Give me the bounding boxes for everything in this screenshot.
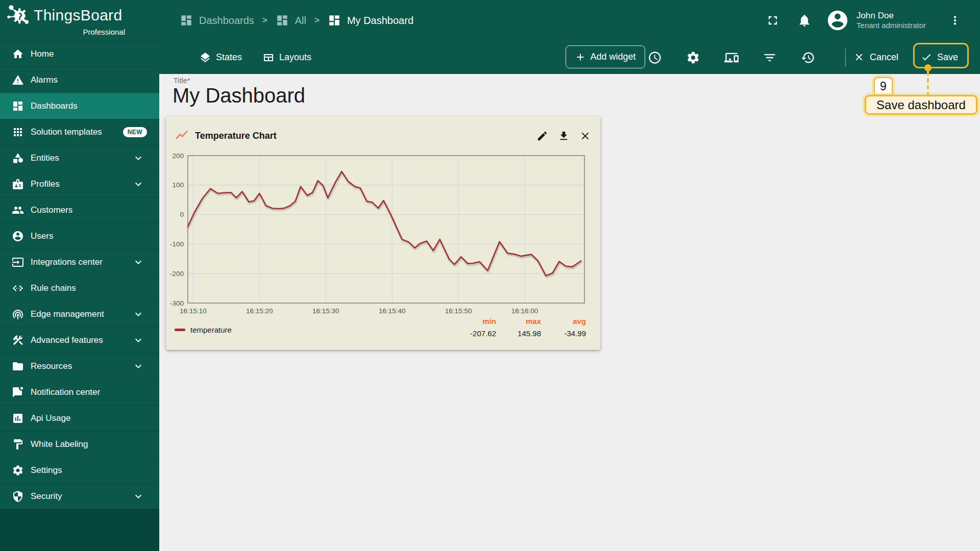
dashboards-icon bbox=[328, 14, 341, 27]
sidebar-item-label: Rule chains bbox=[31, 283, 151, 293]
sidebar-item-entities[interactable]: Entities bbox=[0, 145, 159, 171]
legend-swatch bbox=[175, 329, 185, 331]
thingsboard-app: ThingsBoard Professional HomeAlarmsDashb… bbox=[0, 0, 980, 551]
chevron-down-icon bbox=[132, 256, 144, 268]
sidebar-item-solution-templates[interactable]: Solution templatesNEW bbox=[0, 119, 159, 145]
avatar[interactable] bbox=[826, 9, 849, 32]
sidebar-item-rule-chains[interactable]: Rule chains bbox=[0, 275, 159, 301]
account-circle-icon bbox=[826, 9, 849, 32]
sidebar-item-label: Advanced features bbox=[31, 335, 132, 345]
sidebar: ThingsBoard Professional HomeAlarmsDashb… bbox=[0, 0, 159, 551]
integrations-icon bbox=[12, 256, 24, 268]
logo[interactable]: ThingsBoard Professional bbox=[0, 0, 159, 41]
notifications-button[interactable] bbox=[797, 13, 812, 28]
home-icon bbox=[12, 48, 24, 60]
resources-icon bbox=[12, 360, 24, 372]
add-widget-label: Add widget bbox=[590, 52, 635, 62]
legend-series-label[interactable]: temperature bbox=[190, 325, 232, 334]
breadcrumb-label: My Dashboard bbox=[347, 15, 413, 27]
chevron-down-icon bbox=[132, 178, 144, 190]
cancel-button[interactable]: Cancel bbox=[853, 47, 898, 67]
y-axis-tick-label: 100 bbox=[172, 181, 184, 189]
x-axis-tick-label: 16:15:10 bbox=[180, 307, 207, 315]
filter-button[interactable] bbox=[763, 51, 777, 65]
tab-states[interactable]: States bbox=[199, 52, 242, 64]
sidebar-item-notification-center[interactable]: Notification center bbox=[0, 379, 159, 405]
sidebar-item-white-labeling[interactable]: White Labeling bbox=[0, 431, 159, 457]
sidebar-item-security[interactable]: Security bbox=[0, 483, 159, 509]
header-menu-button[interactable] bbox=[948, 14, 962, 27]
sidebar-item-label: Entities bbox=[31, 153, 132, 163]
save-button[interactable]: Save bbox=[921, 47, 958, 67]
manage-layouts-button[interactable] bbox=[724, 51, 739, 65]
legend-stat-avg: avg-34.99 bbox=[553, 317, 586, 338]
chart-legend: temperature bbox=[175, 325, 232, 334]
sidebar-item-dashboards[interactable]: Dashboards bbox=[0, 93, 159, 119]
chevron-down-icon bbox=[132, 360, 144, 372]
x-axis-tick-label: 16:15:50 bbox=[445, 307, 472, 315]
fullscreen-button[interactable] bbox=[766, 13, 780, 28]
close-icon bbox=[853, 52, 865, 63]
time-window-button[interactable] bbox=[648, 51, 662, 65]
logo-title: ThingsBoard bbox=[34, 7, 122, 24]
advanced-features-icon bbox=[12, 334, 24, 346]
sidebar-item-advanced-features[interactable]: Advanced features bbox=[0, 327, 159, 353]
temperature-chart-widget[interactable]: Temperature Chart 2001000-100-200-30016:… bbox=[166, 116, 600, 350]
toolbar-actions bbox=[648, 41, 815, 74]
sidebar-item-label: Settings bbox=[31, 465, 151, 475]
history-icon bbox=[801, 51, 815, 65]
edge-management-icon bbox=[12, 308, 24, 320]
header-controls: John Doe Tenant administrator bbox=[766, 0, 980, 41]
sidebar-item-customers[interactable]: Customers bbox=[0, 197, 159, 223]
sidebar-item-label: Security bbox=[31, 491, 132, 502]
sidebar-item-settings[interactable]: Settings bbox=[0, 457, 159, 483]
sidebar-item-profiles[interactable]: Profiles bbox=[0, 171, 159, 197]
y-axis-tick-label: 200 bbox=[172, 152, 184, 160]
sidebar-item-home[interactable]: Home bbox=[0, 41, 159, 67]
rule-chains-icon bbox=[12, 282, 24, 294]
x-axis-tick-label: 16:15:20 bbox=[246, 307, 273, 315]
dashboards-icon bbox=[180, 14, 193, 27]
sidebar-item-edge-management[interactable]: Edge management bbox=[0, 301, 159, 327]
add-widget-button[interactable]: Add widget bbox=[566, 45, 645, 68]
temperature-line-chart: 2001000-100-200-30016:15:1016:15:2016:15… bbox=[166, 116, 600, 350]
user-info[interactable]: John Doe Tenant administrator bbox=[856, 10, 926, 31]
dashboards-icon bbox=[276, 14, 289, 27]
bell-icon bbox=[797, 13, 812, 28]
tab-layouts[interactable]: Layouts bbox=[262, 52, 311, 64]
solution-templates-icon bbox=[12, 126, 24, 138]
breadcrumb-item-dashboards[interactable]: Dashboards bbox=[180, 14, 254, 27]
sidebar-footer bbox=[0, 509, 159, 551]
sidebar-item-integrations-center[interactable]: Integrations center bbox=[0, 249, 159, 275]
y-axis-tick-label: -100 bbox=[170, 240, 184, 248]
sidebar-item-resources[interactable]: Resources bbox=[0, 353, 159, 379]
notification-center-icon bbox=[12, 386, 24, 398]
thingsboard-logo-icon bbox=[5, 2, 32, 29]
white-labeling-icon bbox=[12, 438, 24, 450]
sidebar-item-label: Alarms bbox=[31, 75, 151, 85]
dashboard-settings-button[interactable] bbox=[686, 51, 700, 65]
sidebar-item-users[interactable]: Users bbox=[0, 223, 159, 249]
dashboard-title-label: Title* bbox=[174, 77, 190, 85]
layouts-icon bbox=[262, 52, 275, 64]
security-icon bbox=[12, 490, 24, 503]
breadcrumb-label: Dashboards bbox=[199, 15, 254, 27]
api-usage-icon bbox=[12, 412, 24, 424]
version-history-button[interactable] bbox=[801, 51, 815, 65]
entities-icon bbox=[12, 152, 24, 164]
breadcrumb-label: All bbox=[295, 15, 306, 27]
breadcrumb-item-all[interactable]: All bbox=[276, 14, 306, 27]
users-icon bbox=[12, 230, 24, 242]
sidebar-item-label: Integrations center bbox=[31, 257, 132, 267]
dashboard-toolbar: StatesLayouts Add widget Cancel Save bbox=[159, 41, 980, 74]
user-role: Tenant administrator bbox=[856, 21, 926, 31]
check-icon bbox=[921, 52, 932, 63]
sidebar-item-api-usage[interactable]: Api Usage bbox=[0, 405, 159, 431]
fullscreen-icon bbox=[766, 13, 780, 28]
sidebar-item-alarms[interactable]: Alarms bbox=[0, 67, 159, 93]
dashboard-title-value[interactable]: My Dashboard bbox=[173, 84, 305, 107]
annotation-save-dashboard-label: Save dashboard bbox=[865, 95, 977, 115]
x-axis-tick-label: 16:15:40 bbox=[379, 307, 406, 315]
settings-icon bbox=[12, 464, 24, 477]
sidebar-item-label: Solution templates bbox=[31, 127, 123, 137]
